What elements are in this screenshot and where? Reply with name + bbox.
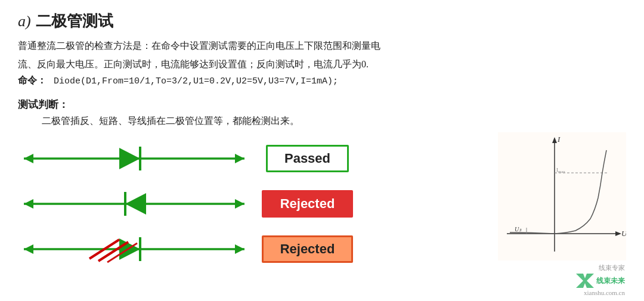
svg-text:U: U (621, 229, 626, 238)
watermark-brand: 线束未来 (596, 276, 625, 286)
svg-marker-3 (119, 148, 140, 169)
badge-rejected-1: Rejected (262, 190, 354, 218)
diagram-row-2: Rejected (18, 184, 492, 224)
svg-marker-8 (125, 193, 146, 215)
circuit-svg-1 (18, 138, 250, 179)
command-code: Diode(D1,From=10/1,To=3/2,U1=0.2V,U2=5V,… (54, 76, 338, 86)
svg-marker-7 (235, 199, 244, 209)
badge-wrap-2: Rejected (261, 190, 354, 218)
badge-wrap-1: Passed (261, 145, 354, 172)
svg-marker-2 (235, 154, 244, 163)
svg-marker-11 (24, 244, 33, 254)
main-page: a) 二极管测试 普通整流二极管的检查方法是：在命令中设置测试需要的正向电压上下… (0, 0, 644, 301)
circuit-svg-3 (18, 229, 250, 269)
watermark: 线束专家 线束未来 xianshu.com.cn (576, 263, 625, 296)
command-line: 命令： Diode(D1,From=10/1,To=3/2,U1=0.2V,U2… (18, 75, 626, 87)
watermark-text-top: 线束专家 (599, 263, 625, 272)
title-letter: a) (18, 13, 31, 30)
body-text-2: 流、反向最大电压。正向测试时，电流能够达到设置值；反向测试时，电流几乎为0. (18, 56, 626, 72)
svg-text:I: I (557, 135, 561, 144)
svg-marker-29 (576, 274, 594, 288)
test-description: 二极管插反、短路、导线插在二极管位置等，都能检测出来。 (42, 115, 626, 128)
body-text-1: 普通整流二极管的检查方法是：在命令中设置测试需要的正向电压上下限范围和测量电 (18, 38, 626, 54)
badge-rejected-2: Rejected (262, 235, 354, 263)
diagram-row-3: Rejected (18, 229, 492, 269)
watermark-icon (576, 274, 594, 288)
svg-marker-1 (24, 154, 33, 163)
svg-rect-18 (498, 132, 626, 260)
command-label: 命令： (18, 75, 47, 87)
badge-wrap-3: Rejected (261, 235, 354, 263)
diagram-row-1: Passed (18, 138, 492, 179)
svg-marker-13 (119, 238, 140, 260)
svg-marker-6 (24, 199, 33, 209)
watermark-url: xianshu.com.cn (584, 289, 625, 296)
title-text: 二极管测试 (36, 11, 113, 32)
test-judge-heading: 测试判断： (18, 98, 626, 111)
watermark-logo: 线束未来 (576, 274, 625, 288)
svg-text:U₃: U₃ (515, 226, 522, 232)
diagrams-area: Passed (18, 138, 626, 269)
circuit-diagrams: Passed (18, 138, 492, 269)
svg-marker-12 (235, 244, 244, 254)
section-title: a) 二极管测试 (18, 11, 626, 32)
iv-chart: I U U₃ Imax (498, 132, 626, 260)
circuit-svg-2 (18, 184, 250, 224)
badge-passed: Passed (266, 145, 349, 172)
